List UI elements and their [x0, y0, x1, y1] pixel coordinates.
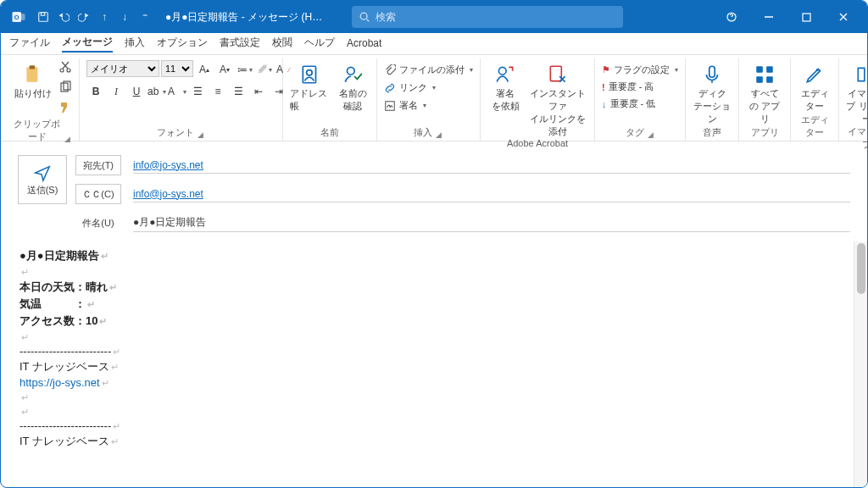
group-label: アプリ: [746, 126, 783, 141]
grow-font-icon[interactable]: A▴: [195, 60, 214, 79]
editor-button[interactable]: エディ ター: [798, 60, 832, 113]
svg-rect-9: [30, 65, 36, 69]
all-apps-button[interactable]: すべて の アプリ: [746, 60, 783, 125]
message-body[interactable]: ●月●日定期報告 本日の天気：晴れ 気温 ： アクセス数：10 --------…: [1, 241, 854, 487]
format-painter-icon[interactable]: [58, 101, 72, 118]
high-importance-button[interactable]: !重要度 - 高: [602, 80, 678, 93]
copy-icon[interactable]: [58, 80, 72, 97]
font-color-button[interactable]: A: [168, 82, 186, 101]
tab-acrobat[interactable]: Acrobat: [347, 37, 381, 51]
redo-icon[interactable]: [75, 8, 92, 25]
group-label: 名前: [290, 126, 370, 141]
group-acrobat: 署名 を依頼 インスタントファ イルリンクを添付 Adobe Acrobat: [481, 58, 595, 141]
search-icon: [359, 11, 370, 23]
cut-icon[interactable]: [58, 60, 72, 77]
search-placeholder: 検索: [376, 10, 396, 25]
underline-button[interactable]: U: [127, 82, 146, 101]
link-button[interactable]: リンク: [384, 81, 473, 94]
cc-button[interactable]: ＣＣ(C): [75, 184, 121, 204]
to-button[interactable]: 宛先(T): [75, 155, 121, 175]
highlight-button[interactable]: ab: [147, 82, 166, 101]
request-signature-button[interactable]: 署名 を依頼: [487, 60, 523, 113]
svg-point-16: [348, 67, 355, 75]
body-line: -------------------------: [19, 345, 835, 358]
scrollbar-thumb[interactable]: [857, 243, 865, 294]
title-bar: O ↑ ↓ ⁼ ●月●日定期報告 - メッセージ (HTML… 検索: [1, 1, 867, 33]
body-line: 本日の天気：晴れ: [19, 280, 835, 295]
group-label: Adobe Acrobat: [487, 138, 587, 150]
close-button[interactable]: [825, 1, 862, 33]
low-importance-button[interactable]: ↓重要度 - 低: [602, 97, 678, 110]
flag-button[interactable]: ⚑フラグの設定: [602, 64, 678, 76]
tab-insert[interactable]: 挿入: [125, 36, 145, 52]
signature-button[interactable]: 署名: [384, 99, 473, 112]
svg-rect-22: [766, 66, 773, 73]
italic-button[interactable]: I: [107, 82, 125, 101]
attach-file-button[interactable]: ファイルの添付: [384, 64, 473, 76]
align-left-icon[interactable]: ☰: [188, 82, 207, 101]
dialog-launcher-icon[interactable]: ◢: [198, 130, 205, 141]
tab-file[interactable]: ファイル: [9, 36, 50, 52]
tab-review[interactable]: 校閲: [272, 36, 292, 52]
cc-field[interactable]: info@jo-sys.net: [133, 186, 850, 202]
maximize-button[interactable]: [787, 1, 825, 33]
svg-rect-24: [766, 76, 773, 83]
tab-format[interactable]: 書式設定: [220, 36, 260, 52]
quick-access-toolbar: ↑ ↓ ⁼: [35, 8, 153, 25]
paste-button[interactable]: 貼り付け: [13, 60, 53, 100]
group-label: クリップボード: [13, 118, 61, 145]
undo-icon[interactable]: [55, 8, 72, 25]
shrink-font-icon[interactable]: A▾: [215, 60, 234, 79]
up-icon[interactable]: ↑: [96, 8, 113, 25]
align-center-icon[interactable]: ≡: [209, 82, 227, 101]
dialog-launcher-icon[interactable]: ◢: [648, 130, 655, 141]
bold-button[interactable]: B: [86, 82, 105, 101]
tab-help[interactable]: ヘルプ: [304, 36, 335, 52]
immersive-reader-button[interactable]: イマーシ ブ リーダー: [846, 60, 868, 125]
font-family-select[interactable]: メイリオ: [86, 60, 159, 77]
instant-link-button[interactable]: インスタントファ イルリンクを添付: [528, 60, 587, 138]
group-label: 音声: [693, 126, 732, 141]
dialog-launcher-icon[interactable]: ◢: [64, 135, 72, 145]
ribbon-tabs: ファイル メッセージ 挿入 オプション 書式設定 校閲 ヘルプ Acrobat: [1, 33, 867, 55]
to-field[interactable]: info@jo-sys.net: [133, 158, 850, 174]
tab-options[interactable]: オプション: [157, 36, 208, 52]
address-book-button[interactable]: アドレス帳: [290, 60, 331, 113]
body-line: IT ナレッジベース: [19, 359, 835, 374]
tab-message[interactable]: メッセージ: [62, 35, 113, 53]
group-clipboard: 貼り付け クリップボード◢: [6, 58, 80, 141]
numbering-icon[interactable]: ␥: [256, 60, 275, 79]
scrollbar[interactable]: [854, 241, 867, 487]
body-line: 気温 ：: [19, 297, 835, 312]
align-right-icon[interactable]: ☰: [229, 82, 248, 101]
dictate-button[interactable]: ディク テーション: [693, 60, 732, 125]
svg-text:O: O: [14, 14, 19, 21]
svg-point-11: [67, 69, 70, 72]
body-line: https://jo-sys.net: [19, 376, 835, 389]
group-label: 挿入: [414, 126, 432, 141]
message-body-area: ●月●日定期報告 本日の天気：晴れ 気温 ： アクセス数：10 --------…: [1, 241, 867, 487]
group-label: イマーシブ: [846, 125, 868, 152]
svg-rect-21: [756, 66, 763, 73]
svg-rect-19: [550, 66, 561, 80]
dialog-launcher-icon[interactable]: ◢: [436, 130, 443, 141]
check-names-button[interactable]: 名前の 確認: [336, 60, 370, 113]
indent-decrease-icon[interactable]: ⇤: [249, 82, 268, 101]
subject-label: 件名(U): [75, 213, 121, 233]
font-size-select[interactable]: 11: [161, 60, 193, 77]
signature-link[interactable]: https://jo-sys.net: [19, 376, 100, 389]
minimize-button[interactable]: [750, 1, 787, 33]
help-icon[interactable]: [713, 1, 750, 33]
save-icon[interactable]: [35, 8, 52, 25]
svg-point-10: [60, 69, 64, 72]
subject-field[interactable]: ●月●日定期報告: [133, 214, 850, 232]
down-icon[interactable]: ↓: [116, 8, 133, 25]
body-line: ●月●日定期報告: [19, 248, 835, 263]
group-editor: エディ ター エディター: [791, 58, 839, 141]
outlook-icon: O: [11, 9, 26, 25]
qat-more-icon[interactable]: ⁼: [136, 8, 153, 25]
svg-point-15: [307, 70, 313, 76]
search-box[interactable]: 検索: [352, 6, 623, 28]
send-button[interactable]: 送信(S): [18, 155, 67, 204]
bullets-icon[interactable]: ≔: [236, 60, 254, 79]
